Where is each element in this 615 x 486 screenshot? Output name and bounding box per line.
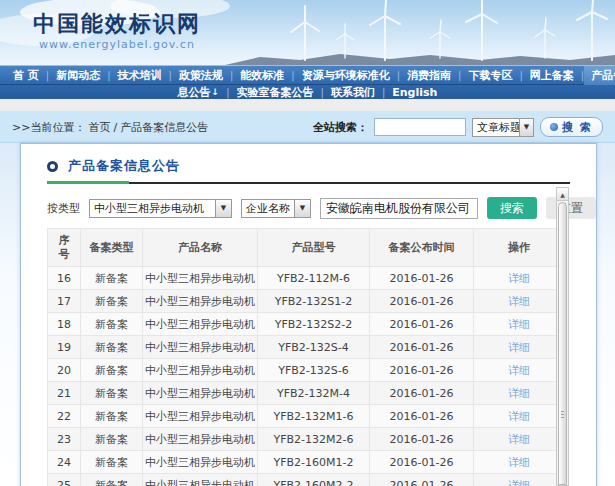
circle-bullet-icon (47, 161, 58, 172)
content-panel: 产品备案信息公告 按类型 中小型三相异步电动机 ▼ 企业名称 ▼ 搜索 重 (20, 143, 597, 486)
col-header-date: 备案公布时间 (370, 229, 474, 267)
table-header-row: 序号 备案类型 产品名称 产品型号 备案公布时间 操作 (48, 229, 565, 267)
cell-no: 17 (48, 290, 81, 313)
main-nav-row2: 息公告↓| 实验室备案公告| 联系我们| English (0, 84, 615, 99)
cell-date: 2016-01-26 (370, 336, 474, 359)
detail-link[interactable]: 详细 (508, 295, 530, 308)
cell-name: 中小型三相异步电动机 (143, 382, 258, 405)
section-divider (47, 181, 570, 184)
detail-link[interactable]: 详细 (508, 364, 530, 377)
nav-standards[interactable]: 能效标准 (233, 66, 291, 85)
site-search-input[interactable] (374, 118, 466, 136)
dropdown-arrow-icon[interactable]: ▼ (294, 200, 310, 217)
cell-name: 中小型三相异步电动机 (143, 451, 258, 474)
cell-date: 2016-01-26 (370, 382, 474, 405)
cell-no: 24 (48, 451, 81, 474)
nav-contact[interactable]: 联系我们 (324, 85, 382, 100)
col-header-name: 产品名称 (143, 229, 258, 267)
cell-name: 中小型三相异步电动机 (143, 267, 258, 290)
table-row: 19 新备案 中小型三相异步电动机 YFB2-132S-4 2016-01-26… (48, 336, 565, 359)
type-filter-select[interactable]: 中小型三相异步电动机 ▼ (89, 199, 232, 218)
scrollbar-up-arrow-icon[interactable]: ▲ (557, 188, 568, 201)
col-header-no: 序号 (48, 229, 81, 267)
breadcrumb-separator: / (113, 121, 117, 134)
vertical-scrollbar[interactable]: ▲ (556, 187, 569, 486)
filter-reset-button[interactable]: 重置 (546, 197, 596, 219)
cell-model: YFB2-160M1-2 (258, 451, 370, 474)
search-category-value: 文章标题 (473, 119, 519, 136)
col-header-model: 产品型号 (258, 229, 370, 267)
detail-link[interactable]: 详细 (508, 456, 530, 469)
table-row: 21 新备案 中小型三相异步电动机 YFB2-132M-4 2016-01-26… (48, 382, 565, 405)
col-header-type: 备案类型 (81, 229, 143, 267)
breadcrumb-bar: >>当前位置： 首页 / 产品备案信息公告 全站搜索： 文章标题 ▼ 搜 索 (0, 112, 615, 143)
detail-link[interactable]: 详细 (508, 433, 530, 446)
cell-model: YFB2-132S2-2 (258, 313, 370, 336)
cell-model: YFB2-132M-4 (258, 382, 370, 405)
nav-product-filing-info-part2[interactable]: 息公告↓ (171, 85, 227, 100)
cell-no: 25 (48, 474, 81, 486)
cell-name: 中小型三相异步电动机 (143, 313, 258, 336)
scrollbar-grip-icon (561, 411, 564, 419)
cell-type: 新备案 (81, 382, 143, 405)
cell-model: YFB2-160M2-2 (258, 474, 370, 486)
cell-date: 2016-01-26 (370, 290, 474, 313)
site-search-button[interactable]: 搜 索 (540, 117, 603, 137)
detail-link[interactable]: 详细 (508, 479, 530, 486)
site-title: 中国能效标识网 (33, 11, 201, 37)
company-name-input[interactable] (320, 198, 478, 219)
breadcrumb-current: 产品备案信息公告 (120, 120, 208, 135)
detail-link[interactable]: 详细 (508, 318, 530, 331)
cell-date: 2016-01-26 (370, 405, 474, 428)
nav-english[interactable]: English (385, 85, 444, 100)
dropdown-arrow-icon[interactable]: ▼ (519, 119, 533, 136)
nav-consumer-guide[interactable]: 消费指南 (400, 66, 458, 85)
cell-type: 新备案 (81, 313, 143, 336)
search-category-select[interactable]: 文章标题 ▼ (472, 118, 534, 137)
detail-link[interactable]: 详细 (508, 341, 530, 354)
nav-resources[interactable]: 资源与环境标准化 (295, 66, 397, 85)
detail-link[interactable]: 详细 (508, 272, 530, 285)
table-row: 16 新备案 中小型三相异步电动机 YFB2-112M-6 2016-01-26… (48, 267, 565, 290)
dropdown-arrow-icon[interactable]: ▼ (215, 200, 231, 217)
filter-search-button[interactable]: 搜索 (487, 197, 537, 219)
main-area: 产品备案信息公告 按类型 中小型三相异步电动机 ▼ 企业名称 ▼ 搜索 重 (0, 143, 615, 486)
breadcrumb-prefix: >>当前位置： (12, 120, 85, 135)
site-search: 全站搜索： 文章标题 ▼ 搜 索 (313, 117, 603, 137)
cell-type: 新备案 (81, 267, 143, 290)
cell-name: 中小型三相异步电动机 (143, 336, 258, 359)
nav-online-filing[interactable]: 网上备案 (523, 66, 581, 85)
nav-lab-filing[interactable]: 实验室备案公告 (230, 85, 321, 100)
table-row: 17 新备案 中小型三相异步电动机 YFB2-132S1-2 2016-01-2… (48, 290, 565, 313)
site-search-label: 全站搜索： (313, 120, 368, 135)
nav-training[interactable]: 技术培训 (111, 66, 169, 85)
cell-no: 21 (48, 382, 81, 405)
nav-policy[interactable]: 政策法规 (172, 66, 230, 85)
cell-type: 新备案 (81, 336, 143, 359)
cell-model: YFB2-132S-4 (258, 336, 370, 359)
detail-link[interactable]: 详细 (508, 387, 530, 400)
table-row: 20 新备案 中小型三相异步电动机 YFB2-132S-6 2016-01-26… (48, 359, 565, 382)
cell-date: 2016-01-26 (370, 428, 474, 451)
detail-link[interactable]: 详细 (508, 410, 530, 423)
cell-name: 中小型三相异步电动机 (143, 428, 258, 451)
scrollbar-thumb[interactable] (558, 202, 567, 485)
site-url: www.energylabel.gov.cn (33, 37, 201, 52)
main-nav-row1: 首 页| 新闻动态| 技术培训| 政策法规| 能效标准| 资源与环境标准化| 消… (0, 65, 615, 84)
nav-downloads[interactable]: 下载专区 (461, 66, 519, 85)
breadcrumb-home-link[interactable]: 首页 (88, 120, 110, 135)
cell-model: YFB2-112M-6 (258, 267, 370, 290)
company-filter-select[interactable]: 企业名称 ▼ (241, 199, 311, 218)
col-header-action: 操作 (474, 229, 565, 267)
cell-model: YFB2-132M2-6 (258, 428, 370, 451)
nav-home[interactable]: 首 页 (6, 66, 46, 85)
search-icon (550, 123, 558, 131)
cell-no: 23 (48, 428, 81, 451)
nav-news[interactable]: 新闻动态 (49, 66, 107, 85)
site-search-button-label: 搜 索 (562, 120, 593, 135)
site-banner: 中国能效标识网 www.energylabel.gov.cn (0, 0, 615, 65)
nav-product-filing-info-part1[interactable]: 产品备案信 (584, 66, 615, 85)
cell-name: 中小型三相异步电动机 (143, 290, 258, 313)
spacer-strip (0, 99, 615, 112)
cell-no: 20 (48, 359, 81, 382)
